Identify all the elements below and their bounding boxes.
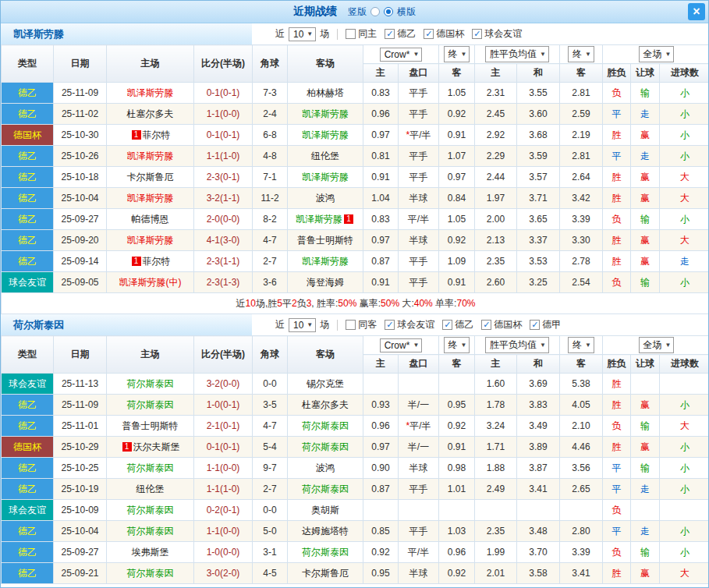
match-date: 25-09-27: [54, 209, 107, 230]
match-row: 德乙25-11-01普鲁士明斯特2-1(0-1)4-7荷尔斯泰因0.96*平/半…: [2, 416, 709, 437]
final-odds-select[interactable]: 终▼: [444, 46, 470, 62]
odds-handicap: 平手: [399, 521, 439, 542]
filter-checkbox-同主[interactable]: 同主: [346, 27, 377, 41]
filter-checkbox-德乙[interactable]: ✓德乙: [385, 27, 416, 41]
filter-checkbox-德甲[interactable]: ✓德甲: [530, 318, 561, 331]
filter-checkbox-德国杯[interactable]: ✓德国杯: [481, 318, 522, 331]
corners: 9-7: [253, 458, 288, 479]
odds-handicap: 平手: [399, 272, 439, 293]
score: 2-1(0-1): [194, 416, 253, 437]
vertical-layout-radio[interactable]: [370, 7, 380, 16]
recent-suffix-label: 场: [320, 318, 329, 331]
matches-table: 类型 日期 主场 比分(半场) 角球 客场 Crow*▼ 终▼ 胜平负均值▼ 终…: [1, 44, 709, 314]
away-team: 荷尔斯泰因: [288, 542, 363, 563]
result-handicap: 赢: [631, 251, 660, 272]
match-date: 25-09-21: [54, 563, 107, 584]
filter-checkbox-德国杯[interactable]: ✓德国杯: [424, 27, 464, 41]
filter-checkbox-球会友谊[interactable]: ✓球会友谊: [472, 27, 522, 41]
recent-prefix-label: 近: [275, 27, 285, 41]
competition-type: 德乙: [2, 458, 54, 479]
avg-draw: 3.55: [517, 83, 560, 104]
odds-away: 0.98: [439, 458, 475, 479]
chevron-down-icon: ▼: [461, 51, 467, 58]
avg-odds-select[interactable]: 胜平负均值▼: [485, 337, 549, 353]
odds-home: 0.85: [363, 521, 399, 542]
result-handicap: [631, 500, 660, 521]
checkbox-checked-icon[interactable]: ✓: [472, 29, 482, 39]
odds-handicap: *平/半: [399, 416, 439, 437]
horizontal-layout-radio[interactable]: [384, 7, 393, 16]
sub-odds-away: 客: [439, 355, 475, 374]
match-rows: 德乙25-11-09凯泽斯劳滕0-1(0-1)7-3柏林赫塔0.83平手1.05…: [2, 83, 709, 293]
competition-type: 德乙: [2, 83, 54, 104]
corners: 3-5: [253, 395, 288, 416]
odds-away: [439, 500, 475, 521]
avg-odds-select[interactable]: 胜平负均值▼: [485, 46, 549, 62]
odds-away: 0.84: [439, 188, 475, 209]
checkbox-checked-icon[interactable]: ✓: [385, 320, 395, 330]
odds-handicap: 平手: [399, 146, 439, 167]
match-row: 德乙25-09-21荷尔斯泰因3-0(2-0)4-5卡尔斯鲁厄0.95半球0.9…: [2, 563, 709, 584]
avg-away: 3.56: [560, 458, 603, 479]
result-goals: 小: [660, 104, 709, 125]
checkbox-checked-icon[interactable]: ✓: [481, 320, 491, 330]
avg-home: 2.92: [475, 125, 517, 146]
away-team: 达姆施塔特: [288, 521, 363, 542]
vertical-layout-label: 竖版: [348, 5, 367, 19]
avg-draw: 3.71: [517, 188, 560, 209]
result-wdl: 胜: [603, 230, 631, 251]
odds-source-select[interactable]: Crow*▼: [380, 338, 423, 352]
result-handicap: 输: [631, 83, 660, 104]
checkbox-unchecked-icon[interactable]: [346, 320, 356, 330]
corners: 4-7: [253, 230, 288, 251]
final-avg-select[interactable]: 终▼: [568, 337, 594, 353]
scope-select[interactable]: 全场▼: [639, 46, 675, 62]
odds-source-select[interactable]: Crow*▼: [380, 48, 423, 62]
popup-title: 近期战绩: [293, 5, 337, 19]
avg-draw: 3.49: [517, 416, 560, 437]
col-date: 日期: [54, 45, 107, 83]
checkbox-checked-icon[interactable]: ✓: [385, 29, 395, 39]
home-team: 1菲尔特: [107, 251, 194, 272]
away-team: 波鸿: [288, 188, 363, 209]
rounds-select[interactable]: 10▼: [289, 318, 316, 332]
result-wdl: 负: [603, 83, 631, 104]
home-team: 凯泽斯劳滕(中): [107, 272, 194, 293]
filter-label: 球会友谊: [397, 318, 434, 331]
match-row: 德乙25-11-09凯泽斯劳滕0-1(0-1)7-3柏林赫塔0.83平手1.05…: [2, 83, 709, 104]
competition-type: 德乙: [2, 542, 54, 563]
result-wdl: 胜: [603, 251, 631, 272]
summary-text: 大:: [399, 298, 414, 309]
rounds-select[interactable]: 10▼: [289, 27, 316, 41]
competition-type: 德乙: [2, 167, 54, 188]
match-date: 25-10-29: [54, 437, 107, 458]
away-team: 杜塞尔多夫: [288, 395, 363, 416]
filter-checkbox-球会友谊[interactable]: ✓球会友谊: [385, 318, 434, 331]
odds-handicap: 平手: [399, 104, 439, 125]
divider: [337, 320, 338, 331]
close-icon[interactable]: ×: [688, 3, 705, 20]
corners: 5-4: [253, 437, 288, 458]
checkbox-checked-icon[interactable]: ✓: [442, 320, 452, 330]
odds-away: 0.92: [439, 416, 475, 437]
final-avg-select[interactable]: 终▼: [568, 46, 594, 62]
filter-checkbox-德乙[interactable]: ✓德乙: [442, 318, 473, 331]
final-odds-select[interactable]: 终▼: [444, 337, 470, 353]
match-date: 25-09-27: [54, 542, 107, 563]
match-row: 德乙25-11-02杜塞尔多夫1-1(0-0)2-4凯泽斯劳滕0.96平手0.9…: [2, 104, 709, 125]
result-wdl: 胜: [603, 374, 631, 395]
competition-type: 德乙: [2, 521, 54, 542]
col-away: 客场: [288, 45, 363, 83]
home-team: 荷尔斯泰因: [107, 563, 194, 584]
home-team: 帕德博恩: [107, 209, 194, 230]
sub-odds-line: 盘口: [399, 355, 439, 374]
home-team: 普鲁士明斯特: [107, 416, 194, 437]
score: 0-1(0-1): [194, 125, 253, 146]
filter-label: 同主: [358, 27, 377, 41]
checkbox-checked-icon[interactable]: ✓: [424, 29, 434, 39]
filter-checkbox-同客[interactable]: 同客: [346, 318, 377, 331]
checkbox-unchecked-icon[interactable]: [346, 29, 356, 39]
checkbox-checked-icon[interactable]: ✓: [530, 320, 540, 330]
team-name: 荷尔斯泰因: [1, 314, 252, 335]
scope-select[interactable]: 全场▼: [639, 337, 675, 353]
